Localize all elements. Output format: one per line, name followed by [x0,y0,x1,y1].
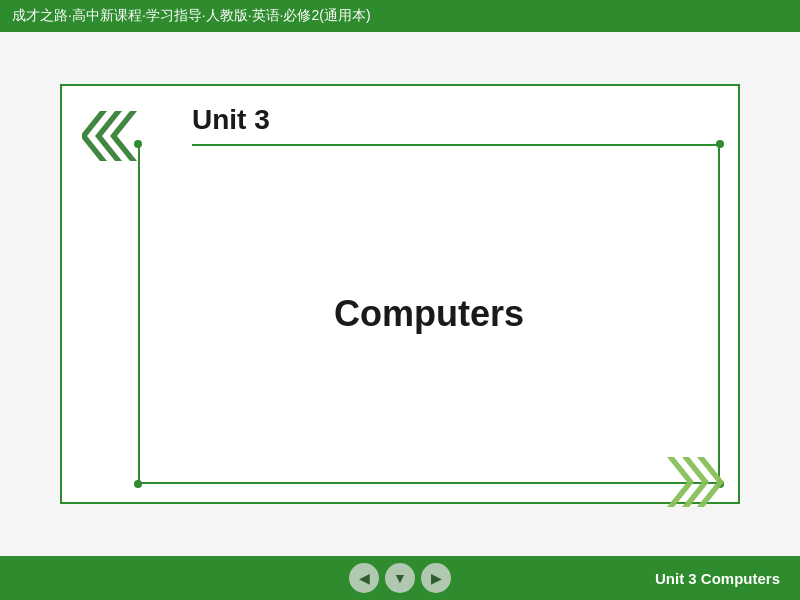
header-bar: 成才之路·高中新课程·学习指导·人教版·英语·必修2(通用本) [0,0,800,32]
next-icon: ▶ [431,570,442,586]
slide-content-area: Computers [138,144,720,484]
main-content: Unit 3 Computers [0,32,800,556]
footer-info: Unit 3 Computers [655,570,780,587]
app: 成才之路·高中新课程·学习指导·人教版·英语·必修2(通用本) [0,0,800,600]
footer-bar: ◀ ▼ ▶ Unit 3 Computers [0,556,800,600]
header-title: 成才之路·高中新课程·学习指导·人教版·英语·必修2(通用本) [12,7,371,25]
home-button[interactable]: ▼ [385,563,415,593]
right-chevrons-svg [662,452,752,512]
slide-card: Unit 3 Computers [60,84,740,504]
prev-button[interactable]: ◀ [349,563,379,593]
unit-title: Unit 3 [192,104,270,136]
next-button[interactable]: ▶ [421,563,451,593]
main-title: Computers [334,293,524,335]
right-chevrons-deco [662,452,752,512]
prev-icon: ◀ [359,570,370,586]
footer-nav: ◀ ▼ ▶ [349,563,451,593]
home-icon: ▼ [393,570,407,586]
